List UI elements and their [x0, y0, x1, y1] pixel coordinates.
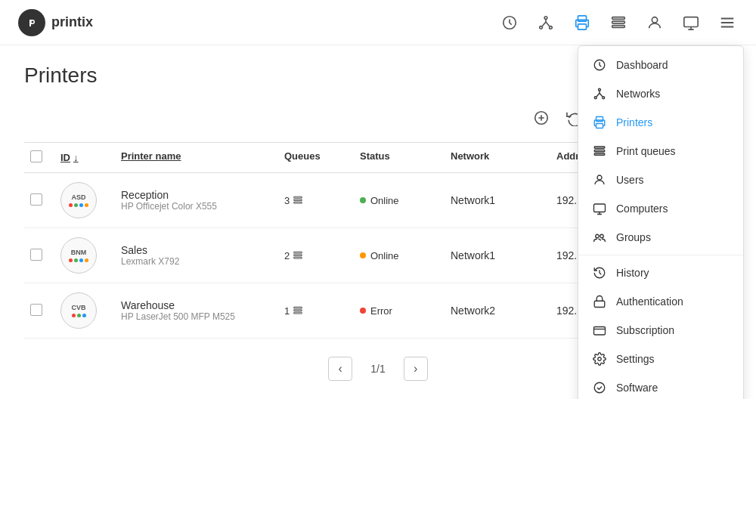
queue-count: 3: [284, 195, 348, 206]
col-id[interactable]: ID ↓: [54, 150, 115, 165]
row-status: Online: [354, 250, 445, 261]
svg-rect-47: [294, 307, 302, 308]
row-avatar: ASD: [54, 182, 115, 218]
svg-point-4: [540, 26, 543, 29]
menu-dashboard-label: Dashboard: [616, 59, 668, 71]
avatar-text: CVB: [71, 304, 85, 312]
menu-item-computers[interactable]: Computers: [578, 194, 743, 223]
svg-rect-42: [294, 255, 302, 256]
computer-nav-icon[interactable]: [680, 12, 702, 33]
add-button[interactable]: [529, 106, 553, 130]
queue-number: 3: [284, 195, 290, 206]
dot-green: [74, 203, 78, 207]
svg-point-3: [544, 16, 547, 19]
menu-printers-label: Printers: [616, 116, 652, 128]
menu-item-groups[interactable]: Groups: [578, 223, 743, 252]
row-queues: 2: [278, 250, 354, 261]
avatar-dots: [72, 314, 86, 317]
logo-icon: [18, 9, 45, 36]
subscription-icon: [592, 323, 607, 338]
networks-icon: [592, 86, 607, 101]
row-avatar: BNM: [54, 237, 115, 274]
menu-item-dashboard[interactable]: Dashboard: [578, 51, 743, 79]
menu-item-authentication[interactable]: Authentication: [578, 287, 743, 316]
menu-authentication-label: Authentication: [616, 295, 683, 308]
menu-item-subscription[interactable]: Subscription: [578, 316, 743, 345]
menu-nav-icon[interactable]: [717, 12, 738, 33]
dot-green: [77, 314, 81, 317]
user-nav-icon[interactable]: [644, 12, 665, 33]
menu-item-history[interactable]: History: [578, 258, 743, 287]
svg-rect-19: [594, 147, 605, 148]
row-network: Network1: [445, 249, 550, 261]
svg-point-28: [598, 357, 602, 361]
svg-rect-48: [294, 310, 302, 311]
avatar-text: ASD: [71, 193, 85, 202]
svg-rect-12: [684, 17, 698, 26]
status-label: Online: [370, 195, 399, 206]
page-info: 1/1: [370, 363, 385, 375]
menu-groups-label: Groups: [616, 231, 651, 243]
clock-nav-icon[interactable]: [499, 12, 520, 33]
row-avatar: CVB: [54, 292, 115, 329]
svg-rect-37: [294, 202, 302, 203]
svg-rect-26: [594, 301, 605, 307]
col-id-label: ID: [60, 152, 70, 163]
menu-item-users[interactable]: Users: [578, 165, 743, 194]
status-badge: Online: [360, 250, 438, 261]
status-dot: [360, 252, 366, 258]
svg-rect-20: [594, 150, 605, 152]
svg-point-24: [596, 234, 600, 238]
queue-icon: [293, 195, 303, 206]
printer-info: Warehouse HP LaserJet 500 MFP M525: [121, 299, 272, 322]
menu-item-networks[interactable]: Networks: [578, 79, 743, 108]
next-page-button[interactable]: ›: [404, 357, 428, 381]
prev-page-button[interactable]: ‹: [328, 357, 352, 381]
menu-networks-label: Networks: [616, 88, 660, 100]
svg-rect-27: [594, 327, 606, 336]
avatar-dots: [69, 258, 88, 262]
menu-settings-label: Settings: [616, 353, 655, 365]
computers-icon: [592, 201, 607, 216]
row-queues: 3: [278, 195, 354, 206]
col-printername: Printer name: [115, 150, 278, 165]
printer-avatar: ASD: [60, 182, 97, 218]
queue-icon: [293, 250, 303, 261]
header-checkbox[interactable]: [30, 150, 42, 162]
col-status: Status: [354, 150, 445, 165]
printer-model: HP LaserJet 500 MFP M525: [121, 311, 272, 322]
auth-icon: [592, 294, 607, 309]
printer-name: Sales: [121, 244, 272, 256]
groups-icon: [592, 230, 607, 245]
row-printer-info: Reception HP Officejet Color X555: [115, 189, 278, 212]
logo[interactable]: printix: [18, 9, 93, 36]
dot-orange: [85, 203, 88, 207]
dot-blue: [79, 203, 83, 207]
printers-icon: [592, 115, 607, 130]
svg-rect-18: [596, 124, 603, 128]
network-nav-icon[interactable]: [535, 12, 556, 33]
menu-item-software[interactable]: Software: [578, 373, 743, 399]
printer-info: Reception HP Officejet Color X555: [121, 189, 272, 212]
row-checkbox[interactable]: [24, 304, 54, 318]
row-printer-info: Sales Lexmark X792: [115, 244, 278, 267]
dot-blue: [79, 258, 83, 262]
svg-point-14: [599, 88, 601, 91]
svg-point-22: [597, 175, 602, 180]
menu-item-printqueues[interactable]: Print queues: [578, 137, 743, 165]
svg-rect-36: [294, 200, 302, 201]
row-checkbox[interactable]: [24, 193, 54, 208]
queue-nav-icon[interactable]: [608, 12, 629, 33]
col-printername-label: Printer name: [121, 150, 181, 162]
row-checkbox[interactable]: [24, 249, 54, 263]
printer-nav-icon[interactable]: [572, 12, 593, 33]
avatar-dots: [69, 203, 88, 207]
avatar-text: BNM: [71, 249, 87, 257]
menu-item-printers[interactable]: Printers: [578, 108, 743, 137]
svg-rect-41: [294, 252, 302, 253]
dropdown-menu: Dashboard Networks Printers: [578, 45, 744, 399]
status-label: Error: [370, 305, 392, 317]
dot-red: [69, 203, 73, 207]
printqueue-icon: [592, 144, 607, 159]
menu-item-settings[interactable]: Settings: [578, 345, 743, 373]
